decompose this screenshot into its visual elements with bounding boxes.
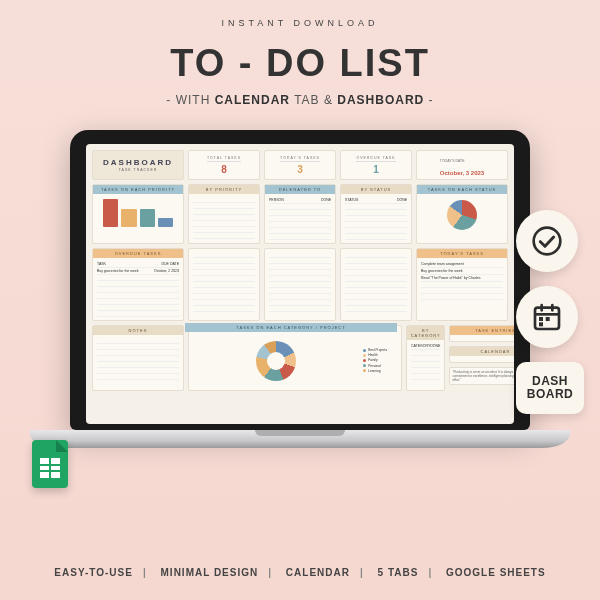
instant-download-label: INSTANT DOWNLOAD: [0, 0, 600, 28]
cell-task: Buy groceries for the week: [421, 269, 462, 273]
stat-todays-tasks: TODAY'S TASKS 3: [264, 150, 336, 180]
panel-header: TASKS ON EACH PRIORITY: [93, 185, 183, 194]
list-lines: [411, 350, 440, 380]
panel-by-priority: BY PRIORITY: [188, 184, 260, 244]
laptop-bezel: DASHBOARD TASK TRACKER TOTAL TASKS 8 TOD…: [70, 130, 530, 430]
priority-bar-chart: [97, 197, 179, 229]
svg-rect-5: [539, 317, 543, 321]
table-header-row: CATEGORYDONE: [411, 343, 440, 350]
right-bottom-stack: TASK ENTRIES CALENDAR "Productivity is n…: [449, 325, 514, 391]
laptop-mockup: DASHBOARD TASK TRACKER TOTAL TASKS 8 TOD…: [30, 130, 570, 510]
stat-label: OVERDUE TASK: [356, 156, 395, 162]
svg-point-0: [534, 228, 561, 255]
panel-header: CALENDAR: [450, 347, 514, 356]
footer-item: CALENDAR: [286, 567, 350, 578]
panel-calendar-link: CALENDAR: [449, 346, 514, 363]
panel-by-status: BY STATUS STATUSDONE: [340, 184, 412, 244]
panel-status-list: [340, 248, 412, 321]
panel-todays-tasks: TODAY'S TASKS Complete team assignment B…: [416, 248, 508, 321]
dashboard-badge: DASH BOARD: [516, 362, 584, 414]
panel-task-entries: TASK ENTRIES: [449, 325, 514, 342]
list-lines: [269, 252, 331, 312]
list-lines: [193, 197, 255, 239]
col-header: TASK: [97, 262, 106, 266]
list-lines: [269, 204, 331, 240]
table-header-row: TASKDUE DATE: [97, 261, 179, 268]
panel-tasks-each-category: TASKS ON EACH CATEGORY / PROJECT Best Pr…: [188, 325, 402, 391]
panel-quote: "Productivity is never an accident. It i…: [449, 367, 514, 385]
cell-date: October, 2 2023: [154, 269, 179, 273]
panel-header: TODAY'S TASKS: [417, 249, 507, 258]
col-header: DONE: [397, 198, 407, 202]
panel-header: TASKS ON EACH CATEGORY / PROJECT: [185, 323, 397, 332]
dashboard-subheading: TASK TRACKER: [119, 168, 158, 172]
svg-rect-6: [546, 317, 550, 321]
stat-value: 1: [373, 164, 379, 175]
bar-low: [140, 209, 155, 227]
product-title: TO - DO LIST: [0, 42, 600, 85]
dashboard-grid: DASHBOARD TASK TRACKER TOTAL TASKS 8 TOD…: [92, 150, 508, 391]
legend-item: Family: [368, 358, 377, 362]
stat-label: TODAY'S TASKS: [280, 156, 320, 162]
product-subtitle: - WITH CALENDAR TAB & DASHBOARD -: [0, 93, 600, 107]
category-donut-chart: [256, 341, 296, 381]
panel-header: TASK ENTRIES: [450, 326, 514, 335]
panel-by-priority-list: [188, 248, 260, 321]
panel-tasks-each-priority: TASKS ON EACH PRIORITY: [92, 184, 184, 244]
sheets-grid-icon: [40, 458, 60, 478]
stat-overdue: OVERDUE TASK 1: [340, 150, 412, 180]
panel-delegated-list: [264, 248, 336, 321]
bar-high: [103, 199, 118, 227]
list-lines: [345, 204, 407, 240]
table-row: Buy groceries for the week: [421, 268, 503, 275]
calendar-badge: [516, 286, 578, 348]
stat-value: 3: [297, 164, 303, 175]
calendar-icon: [531, 301, 563, 333]
category-legend: Best Projects Health Family Personal Lea…: [363, 348, 387, 374]
legend-item: Learning: [368, 369, 380, 373]
col-header: DONE: [430, 344, 440, 348]
table-row: Complete team assignment: [421, 261, 503, 268]
subtitle-calendar: CALENDAR: [215, 93, 290, 107]
footer-item: GOOGLE SHEETS: [446, 567, 546, 578]
date-value: October, 3 2023: [440, 170, 484, 176]
table-header-row: STATUSDONE: [345, 197, 407, 204]
col-header: PERSON: [269, 198, 284, 202]
cell-task: Read "The Power of Habit" by Charles: [421, 276, 481, 280]
legend-item: Personal: [368, 364, 381, 368]
legend-item: Health: [368, 353, 377, 357]
spreadsheet-screen: DASHBOARD TASK TRACKER TOTAL TASKS 8 TOD…: [86, 144, 514, 424]
status-pie-chart: [447, 200, 477, 230]
list-lines: [421, 282, 503, 300]
subtitle-text: - WITH: [166, 93, 214, 107]
table-row: Buy groceries for the weekOctober, 2 202…: [97, 268, 179, 275]
col-header: DUE DATE: [162, 262, 179, 266]
feature-badges: DASH BOARD: [516, 210, 584, 414]
date-label: TODAY'S DATE: [440, 159, 484, 163]
col-header: CATEGORY: [411, 344, 430, 348]
panel-header: OVERDUE TASKS: [93, 249, 183, 258]
dashboard-heading: DASHBOARD: [103, 158, 173, 167]
table-header-row: PERSONDONE: [269, 197, 331, 204]
footer-item: 5 TABS: [378, 567, 419, 578]
panel-header: BY STATUS: [341, 185, 411, 194]
panel-header: DELEGATED TO: [265, 185, 335, 194]
footer-item: MINIMAL DESIGN: [161, 567, 259, 578]
list-lines: [193, 252, 255, 312]
panel-notes: NOTES: [92, 325, 184, 391]
stat-total-tasks: TOTAL TASKS 8: [188, 150, 260, 180]
col-header: DONE: [321, 198, 331, 202]
list-lines: [97, 275, 179, 317]
legend-item: Best Projects: [368, 348, 387, 352]
footer-item: EASY-TO-USE: [54, 567, 133, 578]
col-header: STATUS: [345, 198, 358, 202]
stat-completed-and-date: TODAY'S DATE October, 3 2023: [416, 150, 508, 180]
stat-label: TOTAL TASKS: [207, 156, 241, 162]
panel-header: TASKS ON EACH STATUS: [417, 185, 507, 194]
panel-header: BY PRIORITY: [189, 185, 259, 194]
panel-delegated-to: DELEGATED TO PERSONDONE: [264, 184, 336, 244]
bar-none: [158, 218, 173, 227]
list-lines: [345, 252, 407, 312]
panel-header: NOTES: [93, 326, 183, 335]
panel-tasks-each-status: TASKS ON EACH STATUS: [416, 184, 508, 244]
